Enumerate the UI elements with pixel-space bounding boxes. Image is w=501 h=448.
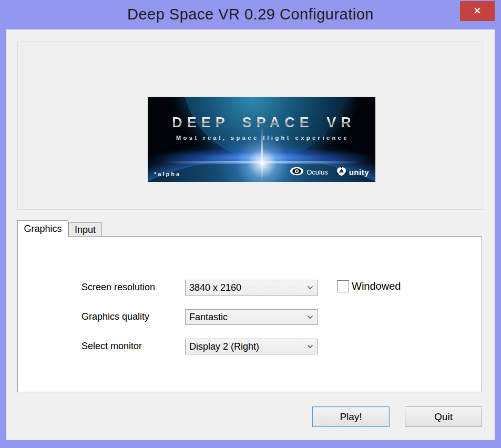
oculus-logo: Oculus (290, 167, 328, 178)
alpha-version-tag: *alpha (154, 171, 181, 177)
banner-tagline: Most real, space flight experience (148, 135, 375, 141)
graphics-quality-value: Fantastic (186, 312, 303, 323)
quit-button[interactable]: Quit (405, 406, 482, 427)
close-icon: ✕ (473, 5, 482, 16)
tab-graphics[interactable]: Graphics (17, 220, 68, 237)
window-title: Deep Space VR 0.29 Configuration (0, 0, 501, 29)
select-monitor-label: Select monitor (81, 339, 142, 354)
graphics-tab-panel: Screen resolution 3840 x 2160 Windowed G… (17, 236, 482, 392)
play-button[interactable]: Play! (312, 406, 390, 427)
chevron-down-icon (303, 286, 318, 290)
chevron-down-icon (303, 344, 318, 349)
banner-logos: Oculus unity (290, 166, 369, 178)
unity-label: unity (349, 168, 369, 177)
graphics-quality-row: Graphics quality Fantastic (18, 309, 483, 324)
screen-resolution-value: 3840 x 2160 (186, 282, 303, 293)
select-monitor-value: Display 2 (Right) (186, 341, 303, 352)
title-bar: Deep Space VR 0.29 Configuration ✕ (0, 0, 501, 29)
client-area: DEEP SPACE VR Most real, space flight ex… (6, 29, 495, 440)
windowed-label: Windowed (352, 280, 401, 292)
banner-game-title: DEEP SPACE VR (148, 115, 375, 131)
oculus-label: Oculus (306, 168, 328, 176)
unity-logo: unity (336, 166, 369, 178)
screen-resolution-row: Screen resolution 3840 x 2160 (18, 280, 483, 295)
oculus-eye-icon (290, 167, 304, 178)
screen-resolution-label: Screen resolution (81, 280, 155, 295)
unity-cube-icon (336, 166, 346, 178)
app-window: { "window": { "title": "Deep Space VR 0.… (0, 0, 501, 448)
select-monitor-row: Select monitor Display 2 (Right) (18, 339, 483, 354)
select-monitor-dropdown[interactable]: Display 2 (Right) (185, 339, 318, 354)
windowed-checkbox[interactable] (337, 280, 349, 292)
chevron-down-icon (303, 315, 318, 319)
graphics-quality-label: Graphics quality (81, 309, 149, 324)
graphics-quality-dropdown[interactable]: Fantastic (185, 309, 318, 325)
game-banner-image: DEEP SPACE VR Most real, space flight ex… (148, 97, 375, 182)
banner-group-box: DEEP SPACE VR Most real, space flight ex… (17, 42, 483, 210)
tab-input[interactable]: Input (68, 222, 102, 237)
close-button[interactable]: ✕ (460, 1, 495, 21)
screen-resolution-dropdown[interactable]: 3840 x 2160 (185, 280, 318, 296)
windowed-checkbox-group: Windowed (337, 280, 401, 292)
